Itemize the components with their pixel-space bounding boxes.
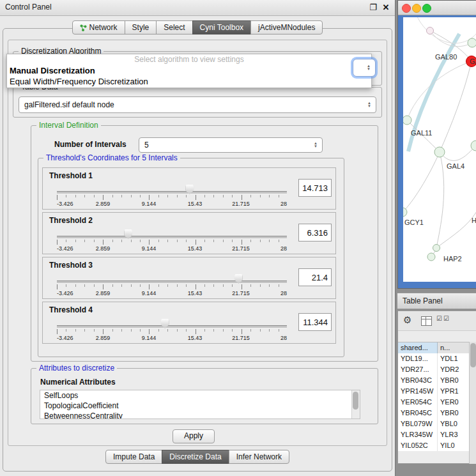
number-of-intervals-combo[interactable]: 5 ▲▼ — [139, 137, 323, 153]
list-scrollbar[interactable] — [351, 390, 360, 418]
tab-style[interactable]: Style — [125, 20, 157, 35]
network-canvas[interactable]: GAL80 GAL11 GAL4 GCY1 HAP2 GA H — [403, 17, 476, 282]
slider-tick-labels: -3.4262.8599.14415.4321.71528 — [57, 290, 287, 298]
network-view-window: GAL80 GAL11 GAL4 GCY1 HAP2 GA H — [397, 0, 476, 289]
table-row[interactable]: YLR345WYLR3 — [398, 429, 469, 440]
table-row[interactable]: YDL19...YDL1 — [398, 353, 469, 364]
threshold-slider[interactable]: -3.4262.8599.14415.4321.71528 — [57, 213, 287, 254]
threshold-value-field[interactable]: 6.316 — [298, 224, 332, 242]
table-row[interactable]: YBL079WYBL0 — [398, 418, 469, 429]
table-header-row: shared... n... — [398, 342, 469, 355]
network-node[interactable] — [433, 245, 440, 252]
table-body: YDL19...YDL1 YDR27...YDR2 YBR043CYBR0 YP… — [398, 353, 469, 451]
scrollbar-thumb[interactable] — [353, 392, 358, 410]
tab-impute-data[interactable]: Impute Data — [105, 450, 162, 464]
tab-label: Discretize Data — [169, 450, 221, 463]
tab-label: Cyni Toolbox — [200, 21, 243, 34]
minimize-traffic-light-icon[interactable] — [412, 4, 421, 13]
slider-track[interactable] — [57, 325, 287, 328]
algorithm-option-equal-width[interactable]: Equal Width/Frequency Discretization — [7, 76, 371, 87]
tab-label: jActiveMNodules — [258, 21, 315, 34]
threshold-value-field[interactable]: 14.713 — [298, 179, 332, 197]
float-window-icon[interactable]: ❐ — [368, 3, 378, 13]
cyni-bottom-tabs: Impute Data Discretize Data Infer Networ… — [0, 450, 395, 464]
checkbox-icon[interactable]: ☑ — [443, 315, 449, 322]
list-item[interactable]: BetweennessCentrality — [40, 411, 360, 419]
threshold-slider[interactable]: -3.4262.8599.14415.4321.71528 — [57, 257, 287, 298]
table-row[interactable]: YIL052CYIL0 — [398, 440, 469, 451]
tab-label: Impute Data — [113, 450, 155, 463]
network-icon — [80, 24, 87, 31]
tab-jactivemnodules[interactable]: jActiveMNodules — [250, 20, 323, 35]
table-row[interactable]: YBR045CYBR0 — [398, 408, 469, 418]
column-header-shared-name[interactable]: shared... — [398, 342, 438, 354]
stepper-icon: ▲▼ — [364, 65, 373, 71]
algorithm-placeholder: Select algorithm to view settings — [7, 54, 371, 65]
algorithm-combo-fragment[interactable]: ▲▼ — [353, 59, 376, 77]
scrollbar-thumb[interactable] — [470, 343, 476, 367]
threshold-panel-1: Threshold 1 -3.4262.8599.14415.4321.7152… — [42, 167, 336, 210]
table-data-combo[interactable]: galFiltered.sif default node ▲▼ — [19, 96, 376, 113]
network-node[interactable] — [427, 253, 435, 261]
node-label: GAL4 — [447, 162, 464, 170]
tab-label: Select — [164, 21, 185, 34]
network-edge — [436, 152, 444, 248]
node-label: GAL80 — [435, 53, 457, 61]
tab-select[interactable]: Select — [156, 20, 192, 35]
threshold-value-field[interactable]: 11.344 — [298, 313, 332, 331]
node-label: GCY1 — [404, 219, 424, 226]
table-scrollbar[interactable] — [469, 342, 476, 464]
tab-label: Network — [89, 21, 118, 34]
slider-track[interactable] — [57, 191, 287, 194]
columns-icon[interactable] — [421, 316, 432, 326]
network-edge — [440, 146, 476, 160]
tab-cyni-toolbox[interactable]: Cyni Toolbox — [192, 20, 251, 35]
threshold-slider[interactable]: -3.4262.8599.14415.4321.71528 — [57, 302, 287, 343]
checkbox-icon[interactable]: ☑ — [436, 315, 442, 322]
tab-network[interactable]: Network — [72, 20, 125, 35]
table-row[interactable]: YPR145WYPR1 — [398, 386, 469, 397]
threshold-panel-4: Threshold 4 -3.4262.8599.14415.4321.7152… — [42, 302, 336, 344]
apply-button[interactable]: Apply — [173, 429, 215, 443]
close-icon[interactable]: ✕ — [381, 3, 391, 13]
algorithm-option-manual[interactable]: Manual Discretization — [7, 65, 371, 76]
thresholds-legend: Threshold's Coordinates for 5 Intervals — [43, 153, 180, 162]
numerical-attributes-label: Numerical Attributes — [40, 378, 116, 387]
algorithm-dropdown-popup: Select algorithm to view settings Manual… — [6, 54, 372, 88]
list-item[interactable]: SelfLoops — [40, 390, 360, 401]
node-label: HAP2 — [443, 255, 462, 263]
node-label: GAL11 — [411, 129, 432, 137]
zoom-traffic-light-icon[interactable] — [422, 4, 431, 13]
threshold-value-field[interactable]: 21.4 — [298, 268, 332, 286]
column-header-name[interactable]: n... — [438, 342, 469, 354]
number-of-intervals-value: 5 — [139, 141, 311, 150]
table-panel-titlebar[interactable]: Table Panel — [397, 293, 476, 309]
threshold-slider[interactable]: -3.4262.8599.14415.4321.71528 — [57, 168, 287, 209]
network-node[interactable] — [434, 147, 445, 157]
tab-discretize-data[interactable]: Discretize Data — [162, 450, 229, 464]
network-node[interactable] — [403, 208, 407, 217]
control-panel-tabs: Network Style Select Cyni Toolbox jActiv… — [0, 20, 395, 35]
table-row[interactable]: YDR27...YDR2 — [398, 364, 469, 375]
control-panel-window: Control Panel ❐ ✕ Network Style Select C… — [0, 0, 395, 476]
network-node[interactable] — [468, 38, 476, 47]
network-node[interactable] — [427, 27, 434, 35]
table-row[interactable]: YER054CYER0 — [398, 397, 469, 408]
control-panel-titlebar: Control Panel ❐ ✕ — [0, 0, 395, 16]
network-node[interactable] — [471, 141, 476, 151]
close-traffic-light-icon[interactable] — [402, 4, 411, 13]
network-window-titlebar — [398, 1, 476, 15]
table-row[interactable]: YBR043CYBR0 — [398, 375, 469, 386]
list-item[interactable]: TopologicalCoefficient — [40, 401, 360, 411]
slider-track[interactable] — [57, 280, 287, 284]
network-edge — [430, 31, 472, 47]
tab-infer-network[interactable]: Infer Network — [229, 450, 289, 464]
gear-icon[interactable]: ⚙ — [403, 314, 411, 326]
table-data-group: Table Data galFiltered.sif default node … — [13, 87, 382, 118]
table-panel-title: Table Panel — [403, 296, 443, 305]
network-node[interactable] — [403, 116, 411, 125]
network-edge — [436, 211, 476, 248]
slider-track[interactable] — [57, 236, 287, 239]
slider-tick-labels: -3.4262.8599.14415.4321.71528 — [57, 335, 287, 342]
interval-definition-legend: Interval Definition — [36, 121, 101, 130]
